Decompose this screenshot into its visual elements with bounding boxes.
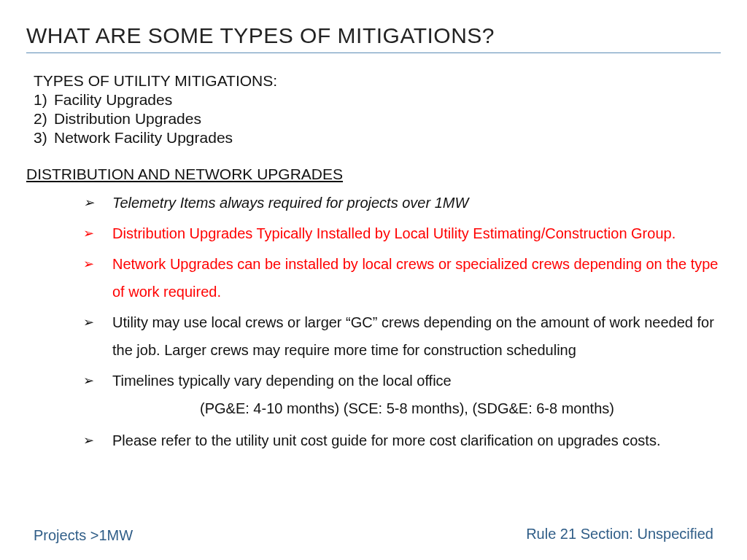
bullet-item: ➢Network Upgrades can be installed by lo… (83, 250, 721, 306)
bullet-item: ➢Utility may use local crews or larger “… (83, 308, 721, 364)
intro-item: 2)Distribution Upgrades (34, 110, 721, 128)
intro-list: 1)Facility Upgrades 2)Distribution Upgra… (34, 91, 721, 147)
bullet-item: ➢Telemetry Items always required for pro… (83, 189, 721, 217)
intro-item-text: Facility Upgrades (54, 91, 172, 108)
intro-block: TYPES OF UTILITY MITIGATIONS: 1)Facility… (34, 72, 721, 147)
arrow-icon: ➢ (83, 221, 94, 246)
footer-left: Projects >1MW (34, 527, 133, 544)
arrow-icon: ➢ (83, 368, 94, 393)
arrow-icon: ➢ (83, 190, 94, 215)
footer-right: Rule 21 Section: Unspecified (526, 526, 713, 542)
bullet-text: Network Upgrades can be installed by loc… (112, 256, 718, 300)
bullet-item: ➢Please refer to the utility unit cost g… (83, 427, 721, 454)
bullet-item: ➢Distribution Upgrades Typically Install… (83, 219, 721, 247)
bullet-text: Telemetry Items always required for proj… (112, 195, 468, 211)
intro-item-text: Network Facility Upgrades (54, 129, 233, 146)
intro-item-text: Distribution Upgrades (54, 110, 201, 127)
bullet-text: Distribution Upgrades Typically Installe… (112, 225, 676, 241)
arrow-icon: ➢ (83, 252, 94, 276)
bullet-item: ➢Timelines typically vary depending on t… (83, 367, 721, 394)
bullet-subtext: (PG&E: 4-10 months) (SCE: 5-8 months), (… (200, 394, 721, 422)
arrow-icon: ➢ (83, 310, 94, 335)
section-heading: DISTRIBUTION AND NETWORK UPGRADES (26, 166, 721, 183)
bullet-text: Please refer to the utility unit cost gu… (112, 432, 660, 448)
bullet-text: Timelines typically vary depending on th… (112, 373, 452, 389)
intro-item: 1)Facility Upgrades (34, 91, 721, 109)
arrow-icon: ➢ (83, 428, 94, 453)
bullet-text: Utility may use local crews or larger “G… (112, 314, 714, 358)
intro-item: 3)Network Facility Upgrades (34, 129, 721, 147)
intro-heading: TYPES OF UTILITY MITIGATIONS: (34, 72, 721, 90)
slide: WHAT ARE SOME TYPES OF MITIGATIONS? TYPE… (0, 0, 747, 454)
bullet-list: ➢Telemetry Items always required for pro… (83, 189, 721, 454)
page-title: WHAT ARE SOME TYPES OF MITIGATIONS? (26, 23, 721, 53)
